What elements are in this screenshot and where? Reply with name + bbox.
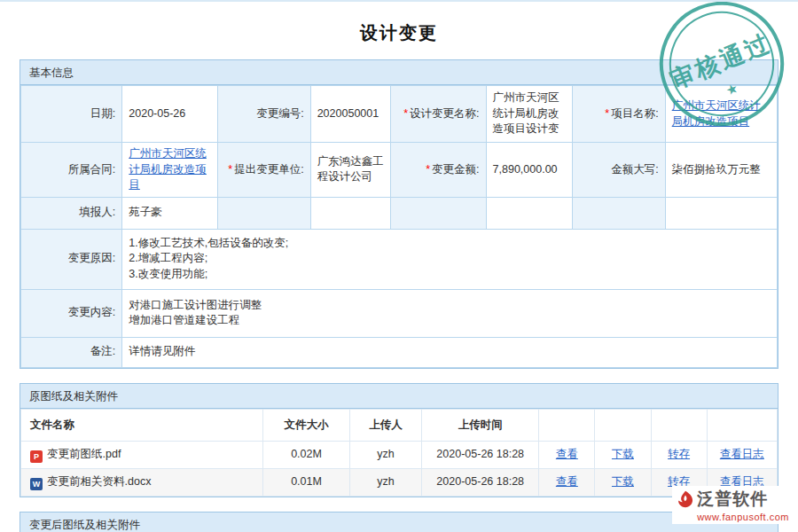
file-size: 0.01M	[262, 469, 349, 497]
empty-cell	[572, 197, 665, 229]
empty-cell	[310, 197, 390, 229]
uploader: yzh	[350, 469, 422, 497]
unit-value: 广东鸿达鑫工程设计公司	[310, 143, 390, 198]
date-value: 2020-05-26	[122, 86, 217, 143]
basic-info-table: 日期: 2020-05-26 变更编号: 2020050001 *设计变更名称:…	[20, 85, 778, 368]
required-icon: *	[426, 163, 430, 176]
action-cell: 下载	[595, 469, 651, 497]
amount-value: 7,890,000.00	[486, 143, 572, 198]
fanpu-logo: 泛普软件 www.fanpusoft.com	[672, 486, 793, 524]
reason-label: 变更原因:	[21, 229, 122, 289]
view-link[interactable]: 查看	[556, 448, 578, 460]
download-link[interactable]: 下载	[612, 448, 634, 460]
action-cell: 转存	[651, 442, 707, 469]
col-header-file-name: 文件名称	[21, 409, 263, 442]
change-no-label: 变更编号:	[217, 86, 310, 143]
table-row: P变更前图纸.pdf 0.02M yzh 2020-05-26 18:28 查看…	[21, 442, 778, 469]
contract-label: 所属合同:	[21, 143, 122, 198]
project-label: *项目名称:	[572, 86, 665, 143]
action-cell: 查看日志	[707, 442, 777, 469]
brand-name: 泛普软件	[697, 488, 768, 511]
date-label: 日期:	[21, 86, 122, 143]
col-header-file-size: 文件大小	[262, 409, 349, 442]
file-size: 0.02M	[262, 442, 349, 469]
action-cell: 下载	[595, 442, 651, 469]
view-log-link[interactable]: 查看日志	[720, 448, 764, 460]
empty-cell	[391, 197, 486, 229]
brand-url: www.fanpusoft.com	[676, 512, 789, 522]
col-header-empty	[595, 409, 651, 442]
required-icon: *	[228, 163, 232, 176]
change-name-value: 广州市天河区统计局机房改造项目设计变	[486, 86, 572, 143]
change-name-label: *设计变更名称:	[391, 86, 486, 143]
section-header-basic-info: 基本信息	[20, 60, 778, 85]
project-link[interactable]: 广州市天河区统计局机房改造项目	[672, 99, 761, 128]
empty-cell	[217, 197, 310, 229]
contract-link[interactable]: 广州市天河区统计局机房改造项目	[129, 147, 207, 191]
empty-cell	[665, 197, 777, 229]
file-name: 变更前图纸.pdf	[47, 448, 121, 460]
upload-time: 2020-05-26 18:28	[422, 469, 539, 497]
file-name: 变更前相关资料.docx	[47, 475, 151, 488]
col-header-empty	[539, 409, 595, 442]
col-header-upload-time: 上传时间	[422, 409, 539, 442]
word-file-icon: W	[30, 478, 43, 490]
required-icon: *	[605, 107, 609, 120]
empty-cell	[486, 197, 572, 229]
contract-value-cell: 广州市天河区统计局机房改造项目	[122, 143, 217, 198]
reason-value: 1.修改工艺技术,包括设备的改变; 2.增减工程内容; 3.改变使用功能;	[122, 229, 778, 289]
action-cell: 查看	[539, 469, 595, 497]
page-title: 设计变更	[0, 2, 798, 59]
project-value-cell: 广州市天河区统计局机房改造项目	[665, 86, 777, 143]
unit-label: *提出变更单位:	[217, 143, 310, 198]
required-icon: *	[403, 107, 408, 120]
upload-time: 2020-05-26 18:28	[422, 442, 539, 469]
download-link[interactable]: 下载	[612, 475, 634, 488]
col-header-empty	[707, 409, 777, 442]
basic-info-panel: 基本信息 日期: 2020-05-26 变更编号: 2020050001 *设计…	[20, 59, 778, 369]
file-name-cell: W变更前相关资料.docx	[21, 469, 263, 497]
file-name-cell: P变更前图纸.pdf	[21, 442, 263, 469]
section-header-after-attachments: 变更后图纸及相关附件	[20, 512, 778, 532]
attachments-table: 文件名称 文件大小 上传人 上传时间 P变更前图纸.pdf 0.02M yzh …	[20, 409, 778, 497]
amount-label: *变更金额:	[391, 143, 486, 198]
table-row: W变更前相关资料.docx 0.01M yzh 2020-05-26 18:28…	[21, 469, 778, 497]
section-header-original-attachments: 原图纸及相关附件	[20, 384, 778, 409]
content-label: 变更内容:	[21, 289, 122, 337]
content-value: 对港口施工设计图进行调整 增加港口管道建设工程	[122, 289, 778, 337]
transfer-link[interactable]: 转存	[668, 448, 690, 460]
original-attachments-panel: 原图纸及相关附件 文件名称 文件大小 上传人 上传时间 P变更前图纸.pdf 0…	[20, 383, 778, 498]
reporter-label: 填报人:	[21, 197, 122, 229]
amount-words-label: 金额大写:	[572, 143, 665, 198]
remark-label: 备注:	[21, 337, 122, 367]
remark-value: 详情请见附件	[122, 337, 778, 367]
logo-flame-icon	[676, 489, 695, 509]
pdf-file-icon: P	[30, 450, 43, 463]
view-link[interactable]: 查看	[556, 475, 578, 488]
after-attachments-panel: 变更后图纸及相关附件	[20, 512, 778, 532]
col-header-empty	[651, 409, 707, 442]
uploader: yzh	[350, 442, 422, 469]
action-cell: 查看	[539, 442, 595, 469]
amount-words-value: 柒佰捌拾玖万元整	[665, 143, 777, 198]
change-no-value: 2020050001	[310, 86, 390, 143]
col-header-uploader: 上传人	[350, 409, 422, 442]
reporter-value: 苑子豪	[122, 197, 217, 229]
